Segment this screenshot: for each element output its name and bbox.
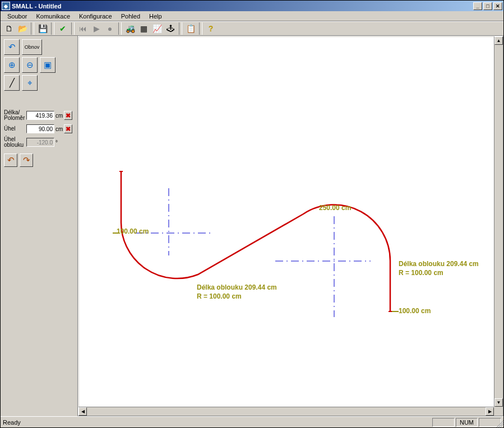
vehicle-button[interactable]: 🚜 (124, 22, 136, 35)
history-redo-button[interactable]: ↷ (20, 153, 33, 167)
arc1-line1-label: Délka oblouku 209.44 cm (197, 283, 277, 291)
rewind-button[interactable]: ⏮ (77, 22, 89, 35)
menu-komunikace[interactable]: Komunikace (31, 12, 75, 21)
zoom-fit-button[interactable]: ▣ (40, 57, 56, 73)
status-cell-1 (432, 418, 455, 427)
path-svg (79, 37, 494, 407)
menu-soubor[interactable]: Soubor (3, 12, 31, 21)
angle-label: Úhel (4, 126, 25, 132)
canvas-area: 100.00 cm 250.00 cm 100.00 cm Délka oblo… (78, 36, 503, 416)
graph-button[interactable]: 📈 (151, 22, 163, 35)
play-button[interactable]: ▶ (90, 22, 103, 35)
angle-input[interactable] (26, 124, 54, 133)
vertical-scrollbar[interactable]: ▲ ▼ (494, 36, 503, 407)
horizontal-scrollbar[interactable]: ◀ ▶ (78, 407, 494, 416)
save-button[interactable]: 💾 (36, 22, 49, 35)
arc-row: Úhel oblouku ° (4, 137, 74, 148)
angle-unit: cm (56, 126, 63, 132)
angle-row: Úhel cm ✖ (4, 124, 74, 133)
note-button[interactable]: 📋 (184, 22, 197, 35)
segment2-label: 250.00 cm (319, 204, 351, 212)
length-label: Délka/ Poloměr (4, 110, 25, 121)
validate-button[interactable]: ✔ (57, 22, 69, 35)
minimize-button[interactable]: _ (473, 2, 482, 10)
length-unit: cm (56, 113, 63, 119)
drawing-canvas[interactable]: 100.00 cm 250.00 cm 100.00 cm Délka oblo… (79, 37, 494, 407)
status-ready: Ready (3, 419, 21, 426)
scroll-down-button[interactable]: ▼ (494, 398, 503, 407)
menu-konfigurace[interactable]: Konfigurace (75, 12, 117, 21)
angle-clear-button[interactable]: ✖ (64, 124, 72, 133)
line-tool-button[interactable]: ╱ (4, 75, 20, 91)
maximize-button[interactable]: □ (483, 2, 492, 10)
scroll-right-button[interactable]: ▶ (485, 407, 494, 416)
target-tool-button[interactable]: ⌖ (22, 75, 38, 91)
statusbar: Ready NUM (1, 416, 503, 427)
close-button[interactable]: ✕ (493, 2, 502, 10)
status-num: NUM (456, 418, 478, 427)
scroll-up-button[interactable]: ▲ (494, 36, 503, 45)
segment3-label: 100.00 cm (399, 307, 431, 315)
resize-grip[interactable] (495, 419, 503, 427)
main-toolbar: 🗋 📂 💾 ✔ ⏮ ▶ ● 🚜 ▦ 📈 🕹 📋 ? (1, 21, 503, 36)
length-row: Délka/ Poloměr cm ✖ (4, 110, 74, 121)
stop-button[interactable]: ● (104, 22, 116, 35)
sidebar: ↶ Obnov ⊕ ⊖ ▣ ╱ ⌖ Délka/ Poloměr cm ✖ Úh… (1, 36, 78, 416)
zoom-out-button[interactable]: ⊖ (22, 57, 38, 73)
arc2-line1-label: Délka oblouku 209.44 cm (399, 260, 479, 268)
undo-button[interactable]: ↶ (4, 39, 20, 55)
arc-input (26, 138, 54, 147)
length-clear-button[interactable]: ✖ (64, 111, 72, 120)
menu-help[interactable]: Help (145, 12, 167, 21)
grid-button[interactable]: ▦ (137, 22, 150, 35)
open-button[interactable]: 📂 (16, 22, 29, 35)
menubar: Soubor Komunikace Konfigurace Pohled Hel… (1, 11, 503, 21)
length-input[interactable] (26, 111, 54, 120)
scroll-left-button[interactable]: ◀ (78, 407, 87, 416)
arc1-line2-label: R = 100.00 cm (197, 292, 242, 300)
window-title: SMALL - Untitled (12, 3, 472, 10)
obnov-button[interactable]: Obnov (22, 39, 42, 55)
arc-unit: ° (56, 139, 58, 146)
remote-button[interactable]: 🕹 (164, 22, 177, 35)
arc-label: Úhel oblouku (4, 137, 25, 148)
help-button[interactable]: ? (205, 22, 217, 35)
segment1-label: 100.00 cm (117, 227, 149, 235)
zoom-in-button[interactable]: ⊕ (4, 57, 20, 73)
app-icon: ◆ (2, 2, 10, 10)
new-button[interactable]: 🗋 (3, 22, 15, 35)
history-undo-button[interactable]: ↶ (4, 153, 17, 167)
titlebar: ◆ SMALL - Untitled _ □ ✕ (1, 1, 503, 11)
menu-pohled[interactable]: Pohled (117, 12, 145, 21)
arc2-line2-label: R = 100.00 cm (399, 269, 443, 277)
